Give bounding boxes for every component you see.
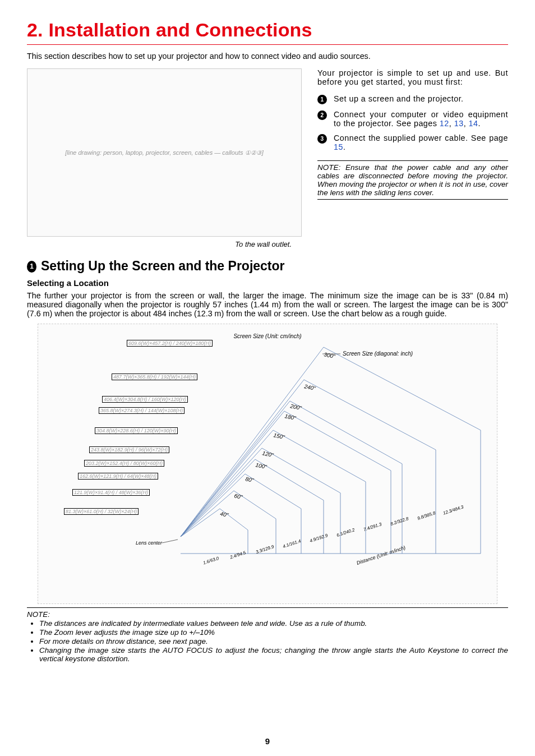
- screen-diag-label: 240": [303, 383, 316, 391]
- note-item: The distances are indicated by intermedi…: [39, 619, 508, 628]
- distance-tick-label: 4.1/161.4: [282, 538, 302, 549]
- svg-line-1: [162, 540, 178, 543]
- screen-dim-label: 162.6(W)×121.9(H) / 64(W)×48(H): [78, 473, 158, 480]
- screen-diag-label: 200": [289, 403, 302, 411]
- screen-dim-label: 365.8(W)×274.3(H) / 144(W)×108(H): [99, 407, 185, 414]
- chart-title-right: Screen Size (diagonal: inch): [343, 351, 413, 357]
- chapter-title: 2. Installation and Connections: [27, 19, 508, 45]
- step-2: 2 Connect your computer or video equipme…: [317, 110, 508, 128]
- step-text: Connect the supplied power cable. See pa…: [334, 133, 508, 151]
- screen-diag-label: 120": [262, 450, 275, 458]
- step-badge-3: 3: [317, 134, 327, 144]
- page-number: 9: [0, 736, 535, 746]
- distance-tick-label: 8.2/322.8: [390, 516, 409, 527]
- divider: [27, 607, 508, 608]
- chart-title-top: Screen Size (Unit: cm/inch): [233, 333, 301, 339]
- distance-axis-label: Distance (Unit: m/inch): [356, 545, 407, 566]
- illustration-caption: To the wall outlet.: [27, 240, 292, 248]
- section-title-text: Setting Up the Screen and the Projector: [41, 259, 285, 274]
- distance-tick-label: 3.3/129.9: [255, 544, 275, 555]
- screen-dim-label: 487.7(W)×365.8(H) / 192(W)×144(H): [112, 374, 197, 380]
- setup-steps: 1 Set up a screen and the projector. 2 C…: [317, 94, 508, 151]
- note-item: For more details on throw distance, see …: [39, 637, 508, 646]
- distance-tick-label: 2.4/94.5: [229, 550, 247, 560]
- distance-tick-label: 6.1/240.2: [336, 527, 356, 538]
- safety-note: NOTE: Ensure that the power cable and an…: [317, 160, 508, 200]
- note-item: The Zoom lever adjusts the image size up…: [39, 628, 508, 637]
- step-text: Set up a screen and the projector.: [334, 94, 464, 104]
- section-heading: 1 Setting Up the Screen and the Projecto…: [27, 259, 508, 274]
- step-3: 3 Connect the supplied power cable. See …: [317, 133, 508, 151]
- screen-diag-label: 150": [273, 432, 286, 440]
- step-text: Connect your computer or video equipment…: [334, 110, 508, 128]
- intro-text: This section describes how to set up you…: [27, 52, 508, 61]
- lead-paragraph: Your projector is simple to set up and u…: [317, 68, 508, 86]
- throw-distance-diagram: Screen Size (Unit: cm/inch) Screen Size …: [38, 324, 497, 604]
- lens-center-label: Lens center: [136, 540, 163, 546]
- note-item: Changing the image size starts the AUTO …: [39, 646, 508, 663]
- distance-tick-label: 9.8/385.8: [417, 510, 436, 521]
- screen-diag-label: 80": [245, 476, 255, 483]
- step-badge-1: 1: [317, 95, 327, 104]
- body-paragraph: The further your projector is from the s…: [27, 291, 508, 318]
- screen-dim-label: 243.8(W)×182.9(H) / 96(W)×72(H): [89, 446, 169, 453]
- page-link[interactable]: 14: [469, 119, 478, 128]
- step-badge-2: 2: [317, 110, 327, 120]
- screen-dim-label: 203.2(W)×152.4(H) / 80(W)×60(H): [84, 460, 164, 467]
- section-badge: 1: [27, 261, 36, 273]
- page-link[interactable]: 12: [440, 119, 449, 128]
- page-link[interactable]: 15: [334, 142, 343, 151]
- screen-dim-label: 406.4(W)×304.8(H) / 160(W)×120(H): [102, 396, 188, 403]
- screen-diag-label: 180": [284, 413, 297, 421]
- subheading: Selecting a Location: [27, 278, 508, 288]
- screen-diag-label: 100": [255, 462, 268, 470]
- screen-dim-label: 304.8(W)×228.6(H) / 120(W)×90(H): [95, 427, 178, 434]
- screen-diag-label: 40": [220, 510, 229, 518]
- distance-tick-label: 12.3/484.3: [442, 504, 464, 515]
- screen-diag-label: 60": [234, 492, 243, 500]
- distance-tick-label: 4.9/192.9: [309, 533, 329, 543]
- screen-dim-label: 609.6(W)×457.2(H) / 240(W)×180(H): [127, 340, 213, 347]
- screen-dim-label: 81.3(W)×61.0(H) / 32(W)×24(H): [64, 508, 139, 515]
- notes-heading: NOTE:: [27, 610, 508, 619]
- notes-block: NOTE: The distances are indicated by int…: [27, 610, 508, 663]
- screen-dim-label: 121.9(W)×91.4(H) / 48(W)×36(H): [72, 489, 150, 496]
- setup-illustration: [line drawing: person, laptop, projector…: [27, 68, 302, 237]
- distance-tick-label: 1.6/63.0: [202, 556, 220, 566]
- step-1: 1 Set up a screen and the projector.: [317, 94, 508, 104]
- page-link[interactable]: 13: [454, 119, 464, 128]
